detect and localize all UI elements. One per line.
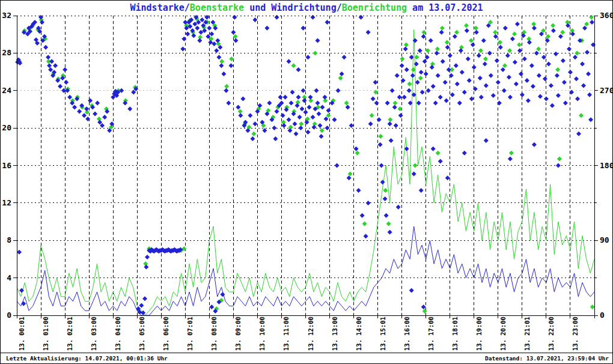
grid [17,16,594,315]
x-tick-label: 13. 04:00 [114,317,121,351]
y-left-tick-label: 8 [7,235,11,244]
x-tick-label: 13. 13:00 [331,317,338,351]
x-tick-label: 13. 00:01 [18,317,25,351]
wind-direction-speed-chart: 04812162024283209018027036013. 00:0113. … [1,1,613,353]
x-tick-label: 13. 22:00 [547,317,555,351]
y-right-tick-label: 90 [600,235,609,244]
y-left-tick-label: 32 [2,11,11,20]
x-tick-label: 13. 09:00 [234,317,242,351]
x-tick-label: 13. 15:01 [379,317,386,351]
x-tick-label: 13. 21:01 [523,317,531,351]
y-left-tick-label: 28 [2,48,11,57]
y-left-tick-label: 20 [2,123,11,132]
x-tick-label: 13. 11:00 [282,317,290,351]
x-tick-label: 13. 17:00 [427,317,435,351]
y-right-tick-label: 180 [600,161,613,170]
x-tick-label: 13. 18:01 [451,317,459,351]
last-update-text: Letzte Aktualisierung: 14.07.2021, 00:01… [6,355,168,362]
x-tick-label: 13. 08:00 [210,317,218,351]
x-tick-label: 13. 07:01 [186,317,194,351]
x-tick-label: 13. 10:00 [258,317,266,351]
x-tick-label: 13. 14:00 [355,317,362,351]
x-tick-label: 13. 03:00 [90,317,97,351]
y-left-tick-label: 0 [7,311,11,320]
y-right-tick-label: 360 [600,11,613,20]
y-right-tick-label: 270 [600,86,613,95]
x-tick-label: 13. 16:00 [403,317,410,351]
status-bar: Letzte Aktualisierung: 14.07.2021, 00:01… [1,353,612,363]
x-tick-label: 13. 12:00 [307,317,314,351]
wind-chart-page: Windstarke/Boenstarke und Windrichtung/B… [0,0,613,364]
x-tick-label: 13. 05:00 [138,317,145,351]
y-left-tick-label: 16 [2,161,11,170]
x-tick-label: 13. 19:00 [475,317,483,351]
x-tick-label: 13. 01:00 [42,317,49,351]
y-right-tick-label: 0 [600,311,605,320]
y-left-tick-label: 12 [2,198,11,207]
x-tick-label: 13. 20:00 [499,317,507,351]
y-left-tick-label: 24 [2,86,11,95]
x-tick-label: 13. 23:00 [572,317,579,351]
x-tick-label: 13. 02:01 [66,317,73,351]
y-left-tick-label: 4 [7,273,11,282]
data-timestamp-text: Datenstand: 13.07.2021, 23:59:04 Uhr [485,355,609,362]
x-tick-label: 13. 06:00 [162,317,169,351]
